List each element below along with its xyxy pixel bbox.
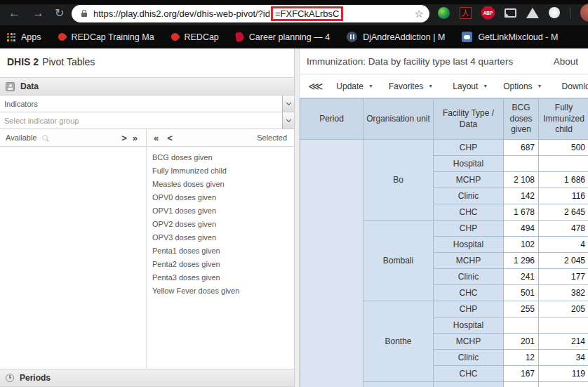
selected-item[interactable]: Fully Immunized child bbox=[147, 164, 294, 178]
pivot-table: Period Organisation unit Facility Type /… bbox=[300, 98, 588, 387]
facility-type-cell: Hospital bbox=[434, 317, 504, 334]
bookmark-star-icon[interactable]: ☆ bbox=[415, 8, 424, 20]
bookmark-item[interactable]: REDCap Training Mat bbox=[58, 32, 154, 42]
indicator-group-select[interactable]: Select indicator group bbox=[0, 112, 294, 129]
caret-down-icon: ▼ bbox=[483, 84, 488, 88]
selected-item[interactable]: OPV3 doses given bbox=[147, 231, 294, 244]
caret-down-icon: ▼ bbox=[368, 84, 373, 88]
chevron-down-icon bbox=[286, 100, 290, 105]
value-cell: 34 bbox=[539, 350, 588, 366]
col-header-fully-immunized: Fully Immunized child bbox=[539, 99, 588, 140]
partial-cell bbox=[504, 382, 539, 387]
update-button[interactable]: Update ▼ bbox=[328, 79, 381, 94]
toolbar-separator bbox=[570, 7, 570, 19]
org-unit-cell: Bonthe bbox=[363, 301, 434, 382]
selected-item[interactable]: OPV0 doses given bbox=[147, 191, 294, 204]
facility-type-cell: MCHP bbox=[434, 253, 504, 269]
selected-item[interactable]: Measles doses given bbox=[147, 178, 294, 191]
favorite-title-bar: Immunization: Data by facility type last… bbox=[300, 48, 588, 74]
available-list[interactable] bbox=[0, 147, 147, 369]
bookmark-item[interactable]: GetLinkMixcloud - M bbox=[462, 32, 558, 42]
adobe-acrobat-extension-icon[interactable]: 人 bbox=[460, 7, 472, 19]
profile-avatar[interactable] bbox=[580, 4, 588, 22]
browser-toolbar: ← → ↻ https://play.dhis2.org/dev/dhis-we… bbox=[0, 0, 588, 25]
facility-type-cell: Hospital bbox=[434, 156, 504, 172]
drop-icon bbox=[56, 32, 67, 43]
back-icon[interactable]: ← bbox=[8, 6, 20, 21]
idm-extension-icon[interactable] bbox=[438, 7, 450, 19]
download-button[interactable]: Download ▼ bbox=[554, 79, 588, 94]
facility-type-cell: CHC bbox=[434, 366, 504, 382]
bookmark-item[interactable]: Apps bbox=[7, 32, 41, 42]
extension-circle-icon[interactable] bbox=[549, 7, 560, 18]
value-cell bbox=[539, 156, 588, 172]
selected-item[interactable]: Penta1 doses given bbox=[147, 244, 294, 258]
value-cell: 102 bbox=[504, 237, 539, 253]
career-icon bbox=[235, 32, 244, 41]
about-link[interactable]: About bbox=[554, 56, 578, 67]
value-cell: 241 bbox=[504, 269, 539, 285]
app-title-bold: DHIS 2 bbox=[7, 56, 39, 67]
partial-cell bbox=[434, 382, 504, 387]
move-all-right-icon[interactable]: » bbox=[133, 133, 138, 143]
facility-type-cell: CHP bbox=[434, 221, 504, 237]
reload-icon[interactable]: ↻ bbox=[55, 6, 64, 21]
move-selected-right-icon[interactable]: > bbox=[121, 133, 127, 143]
indicators-select[interactable]: Indicators bbox=[0, 96, 294, 112]
adblock-plus-extension-icon[interactable]: ABP bbox=[481, 6, 495, 20]
bookmark-item[interactable]: DjAndreAddiction | M bbox=[347, 32, 445, 42]
cast-icon[interactable] bbox=[505, 8, 516, 18]
options-button-label: Options bbox=[503, 81, 532, 91]
search-icon[interactable] bbox=[42, 135, 48, 140]
value-cell: 116 bbox=[539, 188, 588, 204]
value-cell: 494 bbox=[504, 221, 539, 237]
bookmarks-bar: AppsREDCap Training MatREDCapCareer plan… bbox=[0, 25, 588, 48]
forward-icon[interactable]: → bbox=[32, 6, 44, 21]
url-id-annotation: =FXFCkALrbsC bbox=[271, 6, 343, 21]
dual-list-toolbar: Available > » « < Selected bbox=[0, 129, 294, 147]
value-cell bbox=[539, 317, 588, 334]
collapse-panel-icon[interactable]: ⋘ bbox=[308, 80, 321, 93]
bookmark-item[interactable]: Career planning — 4 bbox=[236, 32, 330, 42]
indicator-group-select-button[interactable] bbox=[282, 112, 294, 129]
drive-extension-icon[interactable] bbox=[526, 8, 539, 18]
favorites-button-label: Favorites bbox=[389, 81, 423, 91]
available-toolbar: Available > » bbox=[0, 129, 147, 146]
selected-item[interactable]: Penta3 doses given bbox=[147, 271, 294, 284]
right-panel: Immunization: Data by facility type last… bbox=[300, 48, 588, 387]
selected-item[interactable]: Penta2 doses given bbox=[147, 258, 294, 271]
layout-button[interactable]: Layout ▼ bbox=[445, 79, 495, 94]
value-cell: 4 bbox=[539, 237, 588, 253]
download-button-label: Download bbox=[562, 81, 588, 91]
value-cell: 478 bbox=[539, 221, 588, 237]
update-button-label: Update bbox=[336, 81, 363, 91]
bookmark-item[interactable]: REDCap bbox=[171, 32, 219, 42]
data-accordion-header[interactable]: Data bbox=[0, 77, 294, 96]
selected-list[interactable]: BCG doses givenFully Immunized childMeas… bbox=[147, 147, 294, 369]
move-all-left-icon[interactable]: « bbox=[154, 133, 159, 143]
periods-accordion-header[interactable]: Periods bbox=[0, 369, 294, 387]
selected-item[interactable]: OPV1 doses given bbox=[147, 204, 294, 218]
move-selected-left-icon[interactable]: < bbox=[167, 133, 173, 143]
favorites-button[interactable]: Favorites ▼ bbox=[381, 79, 441, 94]
value-cell: 205 bbox=[539, 301, 588, 317]
col-header-orgunit: Organisation unit bbox=[363, 99, 434, 140]
facility-type-cell: Hospital bbox=[434, 237, 504, 253]
col-header-bcg: BCG doses given bbox=[504, 99, 539, 140]
panel-splitter[interactable] bbox=[295, 48, 300, 387]
selected-item[interactable]: OPV2 doses given bbox=[147, 218, 294, 231]
selected-item[interactable]: Yellow Fever doses given bbox=[147, 284, 294, 298]
bookmark-label: REDCap Training Mat bbox=[72, 32, 154, 42]
address-bar[interactable]: https://play.dhis2.org/dev/dhis-web-pivo… bbox=[72, 5, 429, 22]
indicator-group-placeholder: Select indicator group bbox=[0, 112, 282, 129]
value-cell: 500 bbox=[539, 140, 588, 156]
apps-icon bbox=[7, 33, 15, 41]
favorite-title: Immunization: Data by facility type last… bbox=[307, 56, 513, 67]
indicators-select-button[interactable] bbox=[282, 96, 294, 112]
options-button[interactable]: Options ▼ bbox=[495, 79, 549, 94]
url-text[interactable]: https://play.dhis2.org/dev/dhis-web-pivo… bbox=[93, 6, 415, 21]
caret-down-icon: ▼ bbox=[428, 84, 433, 88]
bookmark-label: DjAndreAddiction | M bbox=[363, 32, 445, 42]
value-cell: 382 bbox=[539, 285, 588, 301]
selected-item[interactable]: BCG doses given bbox=[147, 151, 294, 164]
